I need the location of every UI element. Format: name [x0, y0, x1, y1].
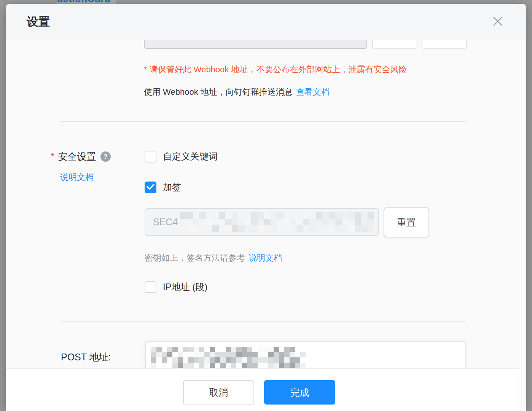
check-icon: [147, 183, 155, 191]
secret-key-redacted-value: [180, 212, 374, 232]
option-ip-address: IP地址 (段): [145, 281, 207, 293]
dialog-title: 设置: [27, 14, 50, 30]
webhook-action-button-1[interactable]: [372, 40, 417, 49]
sign-label[interactable]: 加签: [163, 181, 181, 193]
webhook-usage-text: 使用 Webhook 地址，向钉钉群推送消息: [144, 87, 293, 97]
security-settings-label: 安全设置: [58, 150, 96, 162]
ip-address-label[interactable]: IP地址 (段): [163, 281, 207, 293]
webhook-url-input[interactable]: [144, 40, 367, 49]
post-address-label: POST 地址:: [61, 351, 111, 363]
custom-keywords-checkbox[interactable]: [145, 151, 156, 162]
dialog-footer: 取消 完成: [6, 368, 519, 411]
reset-button[interactable]: 重置: [384, 207, 429, 237]
post-address-redacted-value: [151, 347, 306, 368]
custom-keywords-label[interactable]: 自定义关键词: [163, 150, 218, 162]
close-button[interactable]: [491, 15, 504, 28]
background-tab-label: actionCard: [57, 0, 116, 4]
option-custom-keywords: 自定义关键词: [145, 150, 218, 162]
webhook-action-button-2[interactable]: [422, 40, 467, 49]
secret-hint-text: 密钥如上，签名方法请参考: [145, 253, 245, 263]
secret-doc-link[interactable]: 说明文档: [248, 253, 282, 263]
settings-dialog: 设置 * 请保管好此 Webhook 地址，不要公布在外部网站上，泄露有安全风险…: [6, 4, 526, 411]
help-icon[interactable]: ?: [100, 151, 111, 162]
secret-key-prefix: SEC4: [153, 217, 178, 228]
webhook-warning-text: * 请保管好此 Webhook 地址，不要公布在外部网站上，泄露有安全风险: [144, 64, 407, 75]
view-docs-link[interactable]: 查看文档: [296, 87, 330, 97]
post-address-input[interactable]: [145, 341, 466, 368]
option-sign: 加签: [145, 181, 181, 193]
webhook-usage-line: 使用 Webhook 地址，向钉钉群推送消息查看文档: [144, 86, 330, 98]
required-asterisk: *: [51, 150, 54, 162]
secret-key-input[interactable]: SEC4: [145, 208, 379, 236]
dialog-header: 设置: [6, 4, 526, 40]
close-icon: [492, 22, 503, 28]
dialog-body: * 请保管好此 Webhook 地址，不要公布在外部网站上，泄露有安全风险 使用…: [6, 40, 526, 368]
cancel-button[interactable]: 取消: [183, 380, 254, 405]
section-divider: [60, 321, 467, 322]
section-divider: [60, 121, 467, 122]
confirm-button[interactable]: 完成: [264, 380, 335, 405]
secret-hint-line: 密钥如上，签名方法请参考说明文档: [145, 252, 282, 264]
background-tab-actioncard: actionCard: [57, 0, 116, 4]
security-doc-link[interactable]: 说明文档: [60, 172, 94, 183]
sign-checkbox[interactable]: [145, 182, 156, 193]
security-settings-label-row: * 安全设置 ?: [51, 150, 111, 162]
ip-address-checkbox[interactable]: [145, 281, 156, 293]
